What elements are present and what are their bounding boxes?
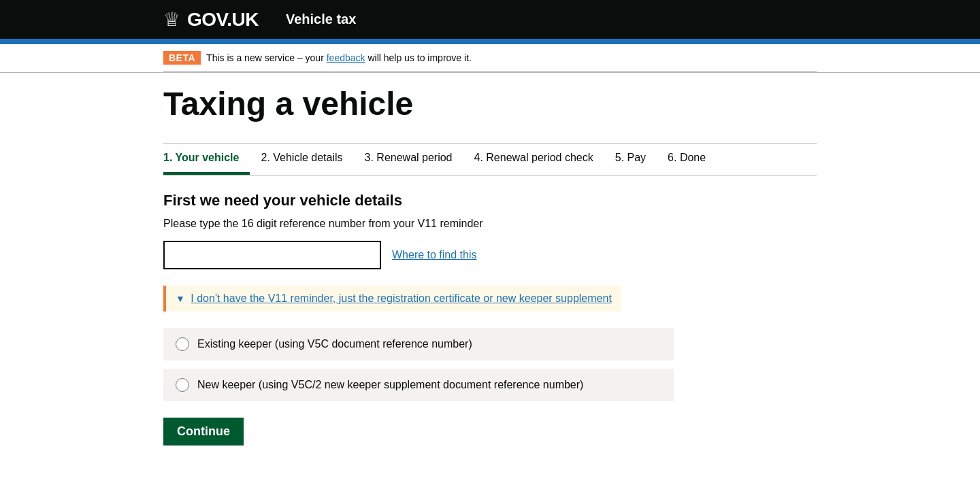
step-6-done[interactable]: 6. Done <box>657 144 717 175</box>
expand-arrow-icon: ▼ <box>176 293 185 304</box>
existing-keeper-option[interactable]: Existing keeper (using V5C document refe… <box>163 328 674 360</box>
step-3-renewal-period[interactable]: 3. Renewal period <box>354 144 463 175</box>
form-heading: First we need your vehicle details <box>163 192 817 209</box>
crown-icon: ♕ <box>163 8 180 31</box>
new-keeper-option[interactable]: New keeper (using V5C/2 new keeper suppl… <box>163 369 674 401</box>
existing-keeper-radio[interactable] <box>176 337 189 351</box>
service-title: Vehicle tax <box>286 12 356 27</box>
blue-accent-bar <box>0 39 980 44</box>
where-to-find-link[interactable]: Where to find this <box>392 249 477 261</box>
input-row: Where to find this <box>163 241 817 269</box>
main-content: Taxing a vehicle 1. Your vehicle 2. Vehi… <box>163 73 817 459</box>
new-keeper-radio[interactable] <box>176 378 189 392</box>
v11-reference-input[interactable] <box>163 241 381 269</box>
site-header: ♕ GOV.UK Vehicle tax <box>0 0 980 39</box>
gov-name: GOV.UK <box>187 9 259 31</box>
form-section: First we need your vehicle details Pleas… <box>163 175 817 446</box>
beta-tag: BETA <box>163 51 201 65</box>
step-1-your-vehicle[interactable]: 1. Your vehicle <box>163 144 250 175</box>
steps-list: 1. Your vehicle 2. Vehicle details 3. Re… <box>163 144 817 175</box>
existing-keeper-label: Existing keeper (using V5C document refe… <box>197 338 472 350</box>
new-keeper-label: New keeper (using V5C/2 new keeper suppl… <box>197 379 583 391</box>
steps-nav: 1. Your vehicle 2. Vehicle details 3. Re… <box>163 143 817 175</box>
step-5-pay[interactable]: 5. Pay <box>604 144 657 175</box>
beta-text: This is a new service – your feedback wi… <box>206 52 472 63</box>
expandable-link[interactable]: I don't have the V11 reminder, just the … <box>191 292 612 304</box>
radio-group: Existing keeper (using V5C document refe… <box>163 328 817 401</box>
feedback-link[interactable]: feedback <box>327 52 365 63</box>
gov-logo-link[interactable]: ♕ GOV.UK <box>163 8 259 31</box>
beta-banner: BETA This is a new service – your feedba… <box>163 44 817 72</box>
expandable-section: ▼ I don't have the V11 reminder, just th… <box>163 286 621 312</box>
form-hint: Please type the 16 digit reference numbe… <box>163 218 817 230</box>
continue-button[interactable]: Continue <box>163 418 244 446</box>
step-2-vehicle-details[interactable]: 2. Vehicle details <box>250 144 353 175</box>
step-4-renewal-period-check[interactable]: 4. Renewal period check <box>463 144 604 175</box>
page-title: Taxing a vehicle <box>163 86 817 122</box>
